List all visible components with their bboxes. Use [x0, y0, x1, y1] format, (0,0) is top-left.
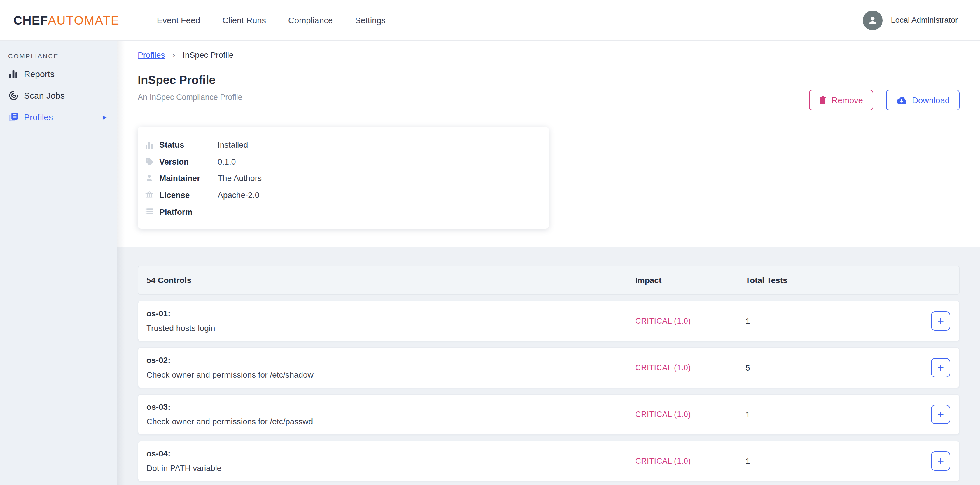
bar-chart-icon [145, 141, 154, 149]
logo-chef: CHEF [13, 13, 48, 27]
nav-event-feed[interactable]: Event Feed [157, 16, 200, 25]
sidebar-item-label: Profiles [24, 112, 53, 122]
sidebar-item-scan-jobs[interactable]: Scan Jobs [0, 85, 117, 106]
control-impact: CRITICAL (1.0) [635, 457, 691, 466]
sidebar-item-label: Reports [24, 69, 54, 79]
nav-client-runs[interactable]: Client Runs [222, 16, 266, 25]
bar-chart-icon [8, 69, 19, 78]
plus-icon: + [937, 409, 944, 420]
cloud-download-icon [896, 96, 907, 104]
bank-icon [145, 191, 154, 199]
tag-icon [145, 158, 154, 166]
control-title: Check owner and permissions for /etc/pas… [146, 417, 313, 426]
nav-compliance[interactable]: Compliance [288, 16, 333, 25]
detail-value: 0.1.0 [218, 157, 235, 166]
sidebar-item-profiles[interactable]: Profiles ▶ [0, 106, 117, 128]
chef-automate-app: CHEFAUTOMATE Event Feed Client Runs Comp… [0, 0, 980, 485]
top-header: CHEFAUTOMATE Event Feed Client Runs Comp… [0, 0, 980, 41]
control-impact: CRITICAL (1.0) [635, 317, 691, 325]
detail-value: The Authors [218, 174, 262, 183]
detail-label: Version [159, 157, 218, 166]
column-impact: Impact [635, 276, 662, 285]
detail-label: Platform [159, 207, 218, 216]
top-navigation: Event Feed Client Runs Compliance Settin… [157, 16, 386, 25]
control-impact: CRITICAL (1.0) [635, 363, 691, 372]
control-title: Trusted hosts login [146, 323, 215, 333]
table-row: os-02: Check owner and permissions for /… [138, 347, 959, 388]
column-controls: 54 Controls [146, 276, 191, 285]
control-id: os-01: [146, 309, 170, 318]
controls-table-header: 54 Controls Impact Total Tests [138, 266, 959, 295]
user-menu[interactable]: Local Administrator [863, 10, 980, 30]
logo-automate: AUTOMATE [48, 13, 119, 27]
column-total-tests: Total Tests [746, 276, 788, 285]
person-icon [145, 174, 154, 182]
profile-actions: Remove Download [809, 90, 959, 110]
detail-row-platform: Platform [145, 203, 549, 220]
documents-icon [8, 112, 19, 122]
controls-table: 54 Controls Impact Total Tests os-01: Tr… [138, 266, 959, 482]
control-total-tests: 1 [746, 456, 750, 466]
breadcrumb-profiles-link[interactable]: Profiles [138, 50, 165, 59]
detail-row-maintainer: Maintainer The Authors [145, 170, 549, 187]
control-id: os-03: [146, 402, 170, 412]
control-total-tests: 1 [746, 316, 750, 325]
main-content: Profiles › InSpec Profile InSpec Profile… [117, 41, 980, 485]
detail-row-status: Status Installed [145, 137, 549, 153]
detail-value: Installed [218, 140, 248, 150]
expand-control-button[interactable]: + [931, 451, 950, 471]
control-id: os-02: [146, 356, 170, 365]
plus-icon: + [937, 316, 944, 327]
table-row: os-03: Check owner and permissions for /… [138, 394, 959, 435]
remove-button-label: Remove [832, 96, 863, 105]
chevron-right-icon[interactable]: ▶ [103, 114, 107, 120]
profile-details-card: Status Installed Version 0.1.0 [138, 127, 549, 229]
control-impact: CRITICAL (1.0) [635, 410, 691, 419]
sidebar-item-label: Scan Jobs [24, 91, 65, 101]
radar-icon [8, 91, 19, 101]
sidebar-items: Reports Scan Jobs [0, 63, 117, 128]
sidebar-section-label: COMPLIANCE [0, 50, 117, 62]
detail-row-version: Version 0.1.0 [145, 153, 549, 170]
user-avatar-icon[interactable] [863, 10, 883, 30]
page-subtitle: An InSpec Compliance Profile [138, 93, 242, 102]
control-id: os-04: [146, 449, 170, 458]
remove-button[interactable]: Remove [809, 90, 873, 110]
breadcrumb-separator-icon: › [172, 50, 175, 59]
detail-label: Maintainer [159, 174, 218, 183]
control-title: Check owner and permissions for /etc/sha… [146, 370, 313, 380]
page-title: InSpec Profile [138, 73, 216, 87]
plus-icon: + [937, 362, 944, 373]
breadcrumb: Profiles › InSpec Profile [138, 50, 234, 59]
table-row: os-04: Dot in PATH variable CRITICAL (1.… [138, 440, 959, 482]
user-name: Local Administrator [891, 16, 958, 24]
expand-control-button[interactable]: + [931, 358, 950, 377]
sidebar-item-reports[interactable]: Reports [0, 63, 117, 85]
expand-control-button[interactable]: + [931, 405, 950, 424]
detail-label: License [159, 190, 218, 199]
nav-settings[interactable]: Settings [355, 16, 386, 25]
detail-value: Apache-2.0 [218, 190, 259, 199]
download-button[interactable]: Download [886, 90, 959, 110]
control-title: Dot in PATH variable [146, 463, 221, 473]
chef-automate-logo[interactable]: CHEFAUTOMATE [13, 13, 119, 27]
breadcrumb-current: InSpec Profile [183, 50, 233, 59]
control-total-tests: 1 [746, 410, 750, 419]
compliance-sidebar: COMPLIANCE Reports [0, 41, 117, 485]
control-total-tests: 5 [746, 363, 750, 372]
server-list-icon [145, 208, 154, 215]
table-row: os-01: Trusted hosts login CRITICAL (1.0… [138, 301, 959, 341]
plus-icon: + [937, 456, 944, 467]
detail-row-license: License Apache-2.0 [145, 187, 549, 203]
trash-icon [819, 96, 826, 104]
download-button-label: Download [912, 96, 950, 105]
detail-label: Status [159, 140, 218, 150]
expand-control-button[interactable]: + [931, 311, 950, 330]
